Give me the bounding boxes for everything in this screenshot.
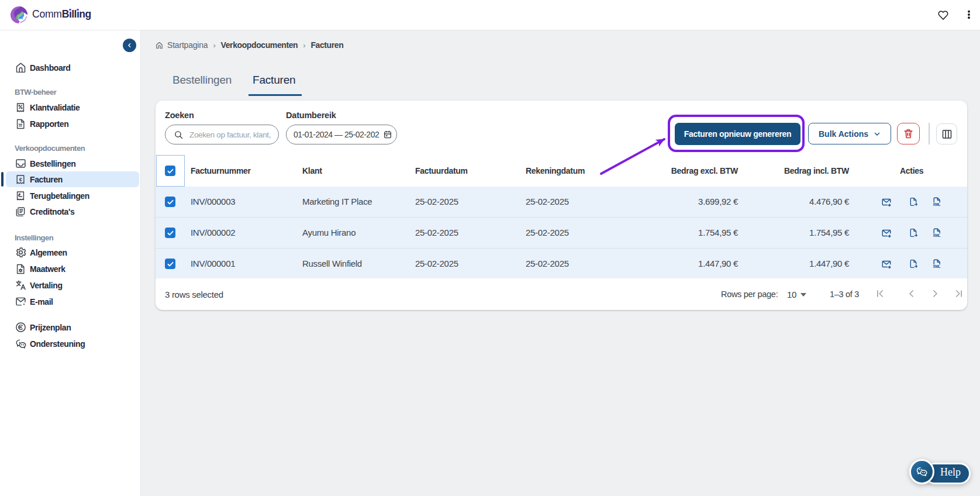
svg-text:XML: XML	[933, 233, 940, 237]
svg-text:€: €	[19, 177, 22, 182]
svg-text:XML: XML	[933, 264, 940, 268]
svg-text:XML: XML	[933, 202, 940, 206]
